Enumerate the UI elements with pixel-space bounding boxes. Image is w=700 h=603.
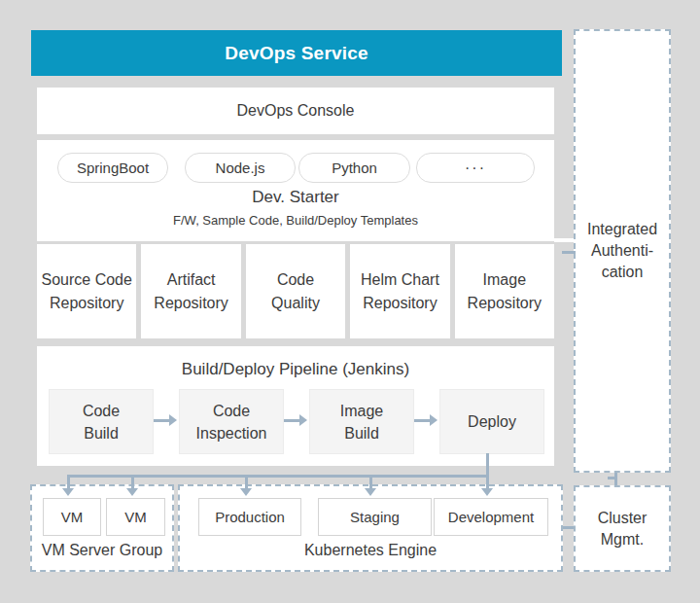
repo-label: Repository [363,292,437,315]
vm-label: VM [61,509,84,525]
arrow-right-icon [299,414,307,426]
pill-springboot: SpringBoot [57,153,168,183]
step-code-inspection: Code Inspection [179,389,284,454]
step-code-build: Code Build [49,389,154,454]
env-production-box: Production [198,498,301,536]
arrow-down-icon [481,488,493,496]
source-code-repository-box: Source Code Repository [37,244,136,338]
env-development-box: Development [434,498,548,536]
pill-nodejs-label: Node.js [216,160,265,176]
env-label: Development [448,509,534,525]
k8s-cluster-connector [563,526,574,529]
repo-label: Source Code [42,268,132,292]
pipeline-arrow-shaft [414,419,430,422]
arrow-down-icon [365,488,376,496]
helm-chart-repository-box: Helm Chart Repository [350,244,449,338]
step-image-build: Image Build [309,389,414,454]
pipeline-arrow-shaft [284,419,299,422]
pill-nodejs: Node.js [185,153,296,183]
devops-service-header: DevOps Service [31,30,562,76]
env-label: Staging [350,509,400,525]
pipeline-box: Build/Deploy Pipeline (Jenkins) Code Bui… [37,346,554,466]
starter-auth-connector-white [554,238,574,242]
image-repository-box: Image Repository [455,244,554,338]
env-label: Production [215,509,285,525]
artifact-repository-box: Artifact Repository [141,244,240,338]
repo-label: Image [483,268,526,292]
pipeline-title: Build/Deploy Pipeline (Jenkins) [37,360,554,379]
repository-row: Source Code Repository Artifact Reposito… [37,244,554,338]
arrow-down-icon [62,488,74,496]
devops-console-box: DevOps Console [37,88,554,134]
devops-console-label: DevOps Console [237,102,355,120]
integrated-auth-label-line3: cation [602,262,644,283]
vm-server-group-box: VM VM VM Server Group [30,484,174,572]
step-label: Inspection [196,422,267,444]
step-label: Build [344,422,379,444]
integrated-auth-label-line2: Authenti- [591,240,653,262]
pill-more-label: ··· [465,160,486,177]
integrated-authentication-box: Integrated Authenti- cation [574,29,671,473]
repo-label: Artifact [167,268,216,292]
repo-label: Repository [154,292,228,315]
auth-cluster-connector-stub [608,477,615,479]
devops-architecture-diagram: Integrated Authenti- cation DevOps Servi… [0,0,700,603]
repo-label: Code [277,268,314,292]
cluster-mgmt-label-line1: Cluster [598,508,648,529]
pill-springboot-label: SpringBoot [77,160,149,176]
code-quality-box: Code Quality [246,244,345,338]
dev-starter-subtitle: F/W, Sample Code, Build/Deploy Templates [37,213,554,228]
vm-server-group-label: VM Server Group [32,542,172,559]
repo-label: Helm Chart [361,268,439,292]
step-label: Image [340,400,383,422]
kubernetes-engine-box: Production Staging Development Kubernete… [178,484,563,572]
arrow-right-icon [169,414,177,426]
arrow-down-icon [240,488,252,496]
deploy-down-connector [486,453,489,490]
vm-label: VM [124,509,147,525]
repo-label: Quality [271,292,320,315]
pill-python-label: Python [332,160,377,176]
cluster-mgmt-label-line2: Mgmt. [601,529,644,550]
pill-python: Python [298,153,410,183]
vm-box-1: VM [43,498,101,536]
main-auth-connector [562,251,576,254]
step-label: Deploy [468,410,516,433]
arrow-down-icon [126,488,138,496]
step-deploy: Deploy [439,389,544,454]
integrated-auth-label-line1: Integrated [587,219,657,240]
step-label: Build [84,422,119,444]
env-staging-box: Staging [318,498,432,536]
pill-more: ··· [416,153,535,183]
cluster-mgmt-box: Cluster Mgmt. [574,485,671,572]
repo-label: Repository [468,292,542,315]
dev-starter-title: Dev. Starter [37,188,554,207]
step-label: Code [83,400,120,422]
kubernetes-engine-label: Kubernetes Engine [180,542,561,559]
arrow-right-icon [430,414,438,426]
repo-label: Repository [50,292,123,315]
dev-starter-box: SpringBoot Node.js Python ··· Dev. Start… [37,140,554,241]
devops-service-title: DevOps Service [225,43,368,64]
step-label: Code [213,400,250,422]
pipeline-arrow-shaft [154,419,169,422]
vm-box-2: VM [106,498,165,536]
